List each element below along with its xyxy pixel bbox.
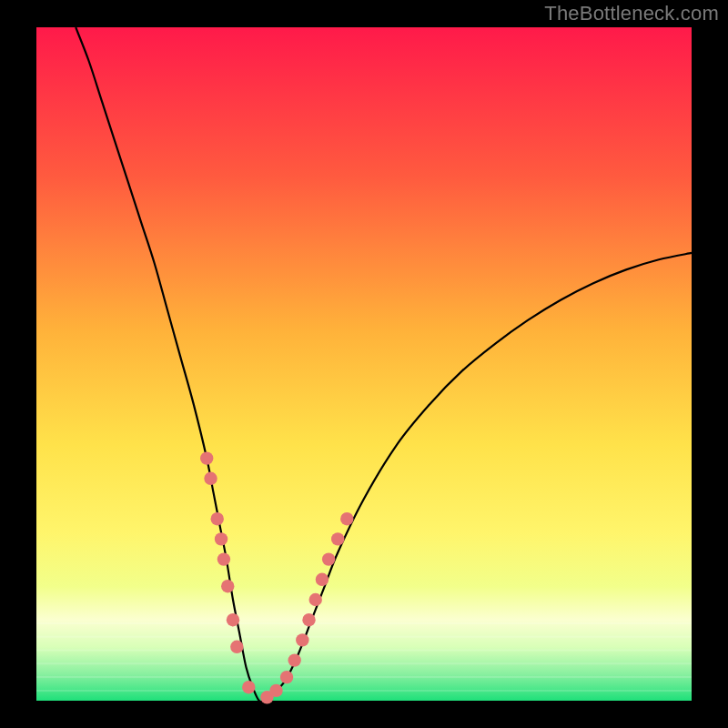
curve-dot	[230, 641, 243, 653]
curve-dot	[288, 653, 300, 666]
curve-dot	[204, 472, 217, 485]
curve-dot	[221, 580, 234, 592]
curve-dot	[215, 532, 228, 545]
curve-dot	[309, 593, 322, 606]
curve-dot	[269, 684, 282, 697]
curve-dot	[280, 671, 293, 683]
curve-dot	[296, 633, 308, 646]
curve-dot	[200, 451, 213, 464]
bottleneck-chart	[0, 0, 728, 728]
curve-dot	[340, 512, 353, 525]
curve-dot	[316, 573, 329, 586]
curve-dot	[242, 681, 255, 693]
curve-dot	[217, 552, 230, 565]
curve-dot	[211, 512, 224, 525]
chart-stage: TheBottleneck.com	[0, 0, 728, 728]
curve-dot	[227, 613, 239, 626]
plot-area	[36, 27, 692, 701]
watermark-text: TheBottleneck.com	[544, 2, 719, 25]
curve-dot	[302, 613, 315, 626]
curve-dot	[322, 552, 335, 565]
curve-dot	[331, 532, 344, 545]
